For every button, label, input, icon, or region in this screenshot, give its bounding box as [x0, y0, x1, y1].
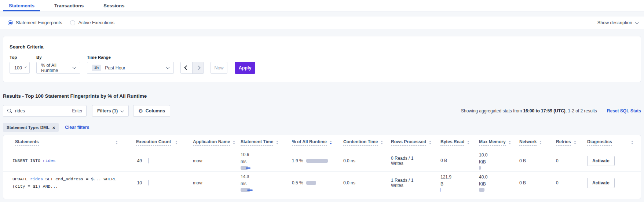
rows-processed-cell: 0 Reads / 1 Writes: [383, 156, 432, 166]
reset-sql-stats-link[interactable]: Reset SQL Stats: [607, 108, 641, 113]
table-row: UPDATE rides SET end_address = $... WHER…: [3, 172, 641, 194]
time-range-control: Time Range 1h Past Hour: [87, 55, 174, 74]
contention-time-cell: 0.0 ns: [335, 180, 383, 185]
column-header-contention-time[interactable]: Contention Time: [335, 135, 383, 150]
tab-statements[interactable]: Statements: [3, 0, 40, 11]
previous-time-button[interactable]: [181, 62, 192, 73]
statement-time-stddev-bar: [246, 167, 250, 169]
column-header-application-name[interactable]: Application Name: [185, 135, 233, 150]
sort-icon[interactable]: [175, 141, 178, 144]
top-select[interactable]: 100: [10, 62, 30, 74]
results-toolbar: Enter Filters (1) ⚙ Columns Showing aggr…: [3, 105, 641, 117]
now-button[interactable]: Now: [211, 62, 227, 74]
column-header-max-memory[interactable]: Max Memory: [471, 135, 511, 150]
column-header-execution-count[interactable]: Execution Count: [128, 135, 185, 150]
by-label: By: [36, 55, 80, 59]
tab-sessions[interactable]: Sessions: [98, 0, 130, 11]
view-toggle-row: Statement Fingerprints Active Executions…: [0, 17, 644, 29]
column-header-diagnostics[interactable]: Diagnostics: [579, 135, 641, 150]
sort-icon[interactable]: [539, 141, 542, 144]
top-tab-bar: Statements Transactions Sessions: [0, 0, 644, 11]
columns-button[interactable]: ⚙ Columns: [133, 105, 170, 117]
radio-label: Active Executions: [78, 20, 114, 25]
network-cell: 0 B: [511, 158, 548, 163]
application-name-cell: movr: [185, 158, 233, 163]
radio-active-executions[interactable]: Active Executions: [70, 20, 114, 25]
statement-time-stddev-bar: [247, 190, 253, 191]
time-range-select[interactable]: 1h Past Hour: [87, 62, 174, 74]
sort-icon[interactable]: [116, 141, 118, 144]
aggregated-stats-text: Showing aggregated stats from 16:00 to 1…: [461, 108, 597, 113]
search-input[interactable]: [15, 108, 72, 113]
sort-icon-active-desc[interactable]: [330, 141, 332, 144]
radio-unselected-icon[interactable]: [70, 20, 75, 25]
bytes-read-cell: 121.9 B: [432, 174, 471, 191]
radio-statement-fingerprints[interactable]: Statement Fingerprints: [8, 20, 62, 25]
tab-transactions[interactable]: Transactions: [49, 0, 89, 11]
filter-chip-statement-type[interactable]: Statement Type: DML ×: [3, 123, 59, 132]
max-memory-cell: 40.0 KiB: [471, 174, 511, 192]
chevron-down-icon: [73, 65, 76, 69]
bytes-read-bar: [440, 188, 441, 192]
sort-icon[interactable]: [509, 141, 511, 144]
execution-count-bar: [148, 158, 149, 163]
runtime-pct-cell: 0.5 %: [284, 180, 335, 185]
max-memory-bar: [479, 188, 484, 192]
chevron-down-icon: [166, 65, 170, 69]
max-memory-cell: 10.0 KiB: [471, 152, 511, 170]
vertical-divider: [602, 105, 602, 116]
chevron-right-icon: [196, 65, 201, 70]
table-header-row: Statements Execution Count Application N…: [3, 135, 641, 150]
column-header-retries[interactable]: Retries: [548, 135, 579, 150]
column-header-statements[interactable]: Statements: [3, 135, 128, 150]
statement-search-box[interactable]: Enter: [3, 105, 87, 117]
column-header-network[interactable]: Network: [511, 135, 548, 150]
runtime-pct-cell: 1.9 %: [284, 158, 335, 163]
clear-filters-link[interactable]: Clear filters: [65, 125, 89, 130]
statement-time-cell: 10.6 ms: [233, 151, 284, 170]
apply-button[interactable]: Apply: [235, 62, 255, 74]
statement-link[interactable]: INSERT INTO rides: [3, 157, 128, 165]
sort-icon[interactable]: [574, 141, 576, 144]
sort-icon[interactable]: [276, 141, 278, 144]
search-criteria-controls: Top 100 By % of All Runtime Time Range 1…: [10, 55, 634, 74]
radio-selected-icon[interactable]: [8, 20, 13, 25]
column-header-statement-time[interactable]: Statement Time: [233, 135, 284, 150]
show-description-toggle[interactable]: Show description: [597, 20, 638, 25]
execution-count-bar: [148, 180, 149, 185]
sort-icon[interactable]: [631, 141, 633, 144]
retries-cell: 0: [548, 180, 579, 185]
column-header-bytes-read[interactable]: Bytes Read: [432, 135, 471, 150]
by-select[interactable]: % of All Runtime: [36, 62, 80, 74]
time-range-label: Time Range: [87, 55, 174, 59]
statement-time-bar: [241, 166, 277, 170]
toolbar-right: Showing aggregated stats from 16:00 to 1…: [461, 105, 641, 116]
stats-time-range: 16:00 to 17:59 (UTC): [523, 108, 565, 113]
enter-hint: Enter: [72, 108, 83, 113]
radio-label: Statement Fingerprints: [16, 20, 62, 25]
column-header-runtime-pct[interactable]: % of All Runtime: [284, 135, 335, 150]
bytes-read-cell: 0 B: [432, 157, 471, 164]
time-step-button-group: [180, 62, 204, 74]
activate-diagnostics-button[interactable]: Activate: [587, 178, 615, 188]
chevron-left-icon: [184, 65, 189, 70]
runtime-pct-bar: [306, 181, 316, 185]
activate-diagnostics-button[interactable]: Activate: [587, 156, 615, 166]
table-name: rides: [43, 158, 56, 163]
max-memory-bar: [479, 166, 481, 170]
statements-table: Statements Execution Count Application N…: [3, 135, 641, 199]
runtime-pct-bar: [306, 159, 328, 163]
retries-cell: 0: [548, 158, 579, 163]
gear-icon: ⚙: [138, 108, 143, 114]
statement-link[interactable]: UPDATE rides SET end_address = $... WHER…: [3, 176, 128, 190]
next-time-button[interactable]: [192, 62, 204, 73]
time-range-badge: 1h: [92, 65, 101, 71]
column-header-rows-processed[interactable]: Rows Processed: [383, 135, 432, 150]
sort-icon[interactable]: [429, 141, 431, 144]
close-icon[interactable]: ×: [52, 125, 55, 130]
filters-button[interactable]: Filters (1): [92, 105, 129, 117]
diagnostics-cell: Activate: [579, 156, 641, 166]
sort-icon[interactable]: [467, 141, 469, 144]
statement-time-bar: [241, 188, 277, 192]
search-icon: [7, 108, 12, 113]
